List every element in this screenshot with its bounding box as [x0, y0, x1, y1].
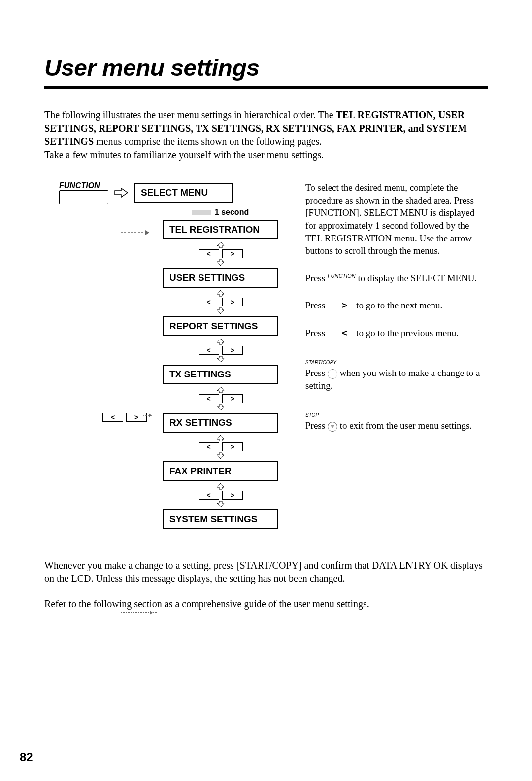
press-next-line: Press > to go to the next menu. [305, 299, 488, 312]
triangle-down-icon [331, 425, 334, 428]
start-copy-label: START/COPY [305, 359, 336, 366]
right-button[interactable]: > [222, 346, 243, 355]
footer-p1: Whenever you make a change to a setting,… [44, 559, 488, 585]
title-rule [44, 86, 488, 89]
nav-between-1: < > [199, 241, 243, 266]
instructions-column: To select the desired menu, complete the… [305, 181, 488, 447]
press-stop-line: STOP Press to exit from the user menu se… [305, 407, 488, 432]
instructions-p1: To select the desired menu, complete the… [305, 181, 488, 257]
prev-text: to go to the previous menu. [356, 327, 459, 340]
intro-post: menus comprise the items shown on the fo… [94, 136, 322, 147]
loop-left-button[interactable]: < [102, 413, 123, 422]
select-menu-box: SELECT MENU [134, 183, 233, 203]
arrow-up-icon [217, 338, 225, 345]
loop-left-right-buttons: < > [102, 413, 147, 422]
arrow-down-icon [217, 307, 225, 314]
footer-p2: Refer to the following section as a comp… [44, 597, 488, 611]
nav-between-5: < > [199, 435, 243, 459]
smudge-icon [192, 210, 211, 215]
left-button[interactable]: < [199, 394, 219, 403]
intro-pre: The following illustrates the user menu … [44, 109, 336, 120]
prev-key-glyph: < [342, 327, 347, 340]
loop-bottom-arrow [143, 609, 158, 617]
function-key-block: FUNCTION [59, 181, 108, 204]
menu-flowchart: < > FUNCTION SELECT MENU [44, 181, 286, 529]
right-button[interactable]: > [222, 442, 243, 451]
arrow-up-icon [217, 386, 225, 393]
arrow-down-icon [217, 356, 225, 363]
arrow-up-icon [217, 290, 225, 297]
press-word: Press [305, 327, 333, 340]
intro-line2: Take a few minutes to familiarize yourse… [44, 149, 324, 160]
function-super-label: FUNCTION [328, 273, 356, 279]
arrow-down-icon [217, 404, 225, 411]
next-key-glyph: > [342, 299, 347, 312]
menu-tel-registration: TEL REGISTRATION [163, 220, 278, 239]
nav-between-2: < > [199, 290, 243, 314]
function-label: FUNCTION [59, 181, 108, 190]
arrow-down-icon [217, 259, 225, 266]
press-start-line: START/COPY Press when you wish to make a… [305, 354, 488, 392]
guideline-loop-v [143, 413, 143, 600]
right-button[interactable]: > [222, 394, 243, 403]
stop-label: STOP [305, 412, 319, 419]
press-prev-line: Press < to go to the previous menu. [305, 327, 488, 340]
one-second-label: 1 second [192, 208, 249, 217]
stop-button-icon [328, 422, 337, 432]
start-copy-button-icon [328, 369, 337, 379]
menu-user-settings: USER SETTINGS [163, 268, 278, 288]
left-button[interactable]: < [199, 249, 219, 258]
menu-column: 1 second TEL REGISTRATION < > USER SETTI… [155, 204, 286, 529]
left-button[interactable]: < [199, 442, 219, 451]
content-columns: < > FUNCTION SELECT MENU [44, 181, 488, 529]
arrow-down-icon [217, 501, 225, 508]
manual-page: User menu settings The following illustr… [0, 0, 532, 781]
guideline-vertical [121, 233, 121, 612]
arrow-up-icon [217, 435, 225, 441]
page-number: 82 [20, 750, 33, 764]
press-word: Press [305, 299, 333, 312]
menu-system-settings: SYSTEM SETTINGS [163, 509, 278, 529]
arrow-up-icon [217, 483, 225, 490]
function-key[interactable] [59, 190, 108, 204]
next-text: to go to the next menu. [356, 299, 442, 312]
left-button[interactable]: < [199, 491, 219, 500]
menu-fax-printer: FAX PRINTER [163, 461, 278, 481]
left-button[interactable]: < [199, 346, 219, 355]
right-arrow-icon [114, 187, 128, 198]
right-button[interactable]: > [222, 491, 243, 500]
left-button[interactable]: < [199, 298, 219, 306]
menu-tx-settings: TX SETTINGS [163, 365, 278, 384]
page-title: User menu settings [44, 54, 488, 81]
loop-enter-arrow [143, 411, 157, 420]
right-button[interactable]: > [222, 249, 243, 258]
guideline-top-arrow [121, 228, 156, 237]
function-row: FUNCTION SELECT MENU [59, 181, 286, 204]
menu-rx-settings: RX SETTINGS [163, 413, 278, 433]
instructions-p2: Press FUNCTION to display the SELECT MEN… [305, 272, 488, 285]
intro-paragraph: The following illustrates the user menu … [44, 108, 488, 162]
right-button[interactable]: > [222, 298, 243, 306]
one-second-text: 1 second [215, 208, 249, 216]
arrow-up-icon [217, 241, 225, 248]
nav-between-4: < > [199, 386, 243, 411]
menu-report-settings: REPORT SETTINGS [163, 316, 278, 336]
nav-between-6: < > [199, 483, 243, 508]
nav-between-3: < > [199, 338, 243, 363]
arrow-down-icon [217, 452, 225, 459]
